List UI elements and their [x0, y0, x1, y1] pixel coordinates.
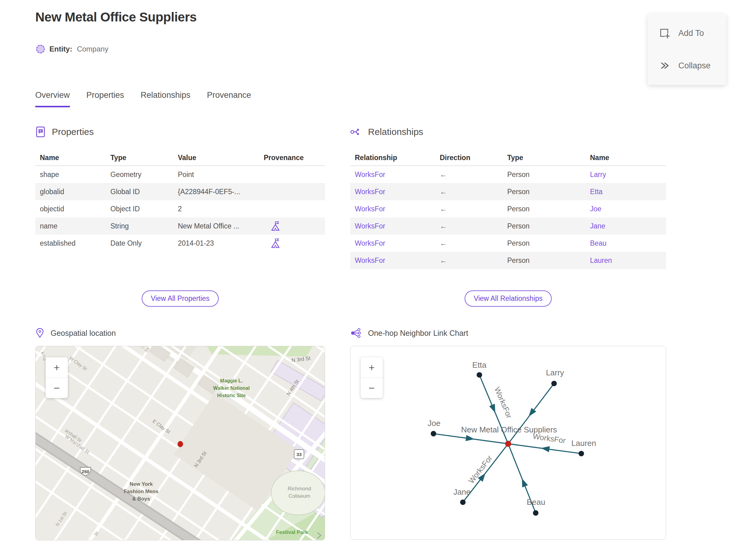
- entity-row: Entity: Company: [36, 45, 108, 53]
- relationship-link[interactable]: WorksFor: [350, 239, 435, 247]
- prop-type: Geometry: [106, 171, 173, 179]
- add-to-icon: [659, 27, 670, 39]
- related-type: Person: [503, 222, 585, 230]
- chart-zoom-control: + −: [361, 357, 383, 398]
- map-pin-icon: [35, 327, 44, 339]
- zoom-in-button[interactable]: +: [46, 357, 68, 378]
- view-all-relationships-button[interactable]: View All Relationships: [465, 290, 552, 307]
- direction-arrow: ←: [435, 171, 503, 179]
- node-labels: Etta Larry Joe Lauren Jane Beau New Meta…: [428, 361, 596, 506]
- basemap[interactable]: k Rd W Clay St Sa N 3rd St N 4th St arsh…: [36, 346, 325, 540]
- map-location-marker[interactable]: [178, 441, 183, 447]
- direction-arrow: ←: [435, 222, 503, 230]
- properties-section-title: Properties: [52, 127, 94, 137]
- table-row: shape Geometry Point: [35, 166, 325, 183]
- linkchart-section-title: One-hop Neighbor Link Chart: [368, 329, 468, 338]
- tab-overview[interactable]: Overview: [35, 90, 70, 107]
- properties-table: Name Type Value Provenance shape Geometr…: [35, 150, 325, 252]
- related-type: Person: [503, 171, 585, 179]
- relationship-link[interactable]: WorksFor: [350, 222, 435, 230]
- table-row: globalid Global ID {A228944F-0EF5-...: [35, 183, 325, 200]
- add-to-button[interactable]: Add To: [648, 27, 726, 39]
- direction-arrow: ←: [435, 239, 503, 247]
- related-entity-link[interactable]: Lauren: [585, 256, 666, 265]
- node-label-lauren: Lauren: [571, 439, 596, 447]
- prop-value: 2014-01-23: [173, 239, 259, 247]
- node-etta[interactable]: [477, 372, 482, 378]
- view-all-properties-button[interactable]: View All Properties: [142, 290, 219, 307]
- node-lauren[interactable]: [579, 451, 584, 456]
- col-header-relationship: Relationship: [350, 154, 435, 162]
- node-label-joe: Joe: [428, 419, 441, 428]
- collapse-label: Collapse: [678, 61, 711, 71]
- prop-name: established: [35, 239, 106, 247]
- link-chart[interactable]: WorksFor WorksFor WorksFor Etta Larry J: [351, 346, 666, 539]
- map-panel: + −: [35, 346, 325, 540]
- node-joe[interactable]: [431, 431, 436, 436]
- direction-arrow: ←: [435, 205, 503, 213]
- linkchart-section-header: One-hop Neighbor Link Chart: [350, 327, 666, 339]
- table-row: WorksFor ← Person Beau: [350, 235, 666, 252]
- table-row: WorksFor ← Person Lauren: [350, 252, 666, 269]
- provenance-flag-icon[interactable]: [270, 237, 281, 249]
- related-type: Person: [503, 188, 585, 196]
- geospatial-section-header: Geospatial location: [35, 327, 325, 339]
- col-header-value: Value: [173, 154, 259, 162]
- related-entity-link[interactable]: Joe: [585, 205, 666, 213]
- zoom-in-button[interactable]: +: [361, 357, 383, 378]
- svg-text:33: 33: [297, 452, 302, 457]
- related-type: Person: [503, 205, 585, 213]
- related-entity-link[interactable]: Jane: [585, 222, 666, 230]
- relationships-section-title: Relationships: [368, 127, 423, 137]
- properties-section-header: Properties: [35, 125, 325, 139]
- prop-value: New Metal Office ...: [173, 222, 259, 230]
- prop-name: globalid: [35, 188, 106, 196]
- node-label-etta: Etta: [472, 361, 487, 369]
- node-label-jane: Jane: [453, 488, 470, 496]
- col-header-type: Type: [503, 154, 585, 162]
- svg-text:Coliseum: Coliseum: [289, 493, 310, 499]
- related-entity-link[interactable]: Larry: [585, 171, 666, 179]
- prop-value: Point: [173, 171, 259, 179]
- prop-name: objectid: [35, 205, 106, 213]
- tab-provenance[interactable]: Provenance: [207, 90, 251, 107]
- tab-properties[interactable]: Properties: [86, 90, 124, 107]
- relationship-link[interactable]: WorksFor: [350, 171, 435, 179]
- entity-detail-page: New Metal Office Suppliers Entity: Compa…: [0, 0, 736, 560]
- one-hop-link-chart-icon: [350, 328, 362, 338]
- prop-name: name: [35, 222, 106, 230]
- center-node-label: New Metal Office Suppliers: [461, 425, 557, 434]
- svg-text:& Boys: & Boys: [132, 496, 150, 502]
- relationship-link[interactable]: WorksFor: [350, 256, 435, 265]
- table-row: WorksFor ← Person Etta: [350, 183, 666, 200]
- relationship-link[interactable]: WorksFor: [350, 205, 435, 213]
- page-title: New Metal Office Suppliers: [35, 10, 197, 25]
- related-entity-link[interactable]: Etta: [585, 188, 666, 196]
- collapse-icon: [659, 60, 670, 71]
- park-label: Festival Park: [276, 529, 308, 535]
- node-beau[interactable]: [533, 510, 539, 516]
- tab-relationships[interactable]: Relationships: [141, 90, 190, 107]
- zoom-out-button[interactable]: −: [361, 378, 383, 398]
- node-center-company[interactable]: [505, 441, 511, 447]
- node-jane[interactable]: [460, 500, 466, 505]
- link-chart-panel: + −: [350, 346, 666, 540]
- relationships-section-header: Relationships: [350, 125, 666, 139]
- col-header-name: Name: [585, 154, 666, 162]
- col-header-type: Type: [106, 154, 173, 162]
- related-type: Person: [503, 239, 585, 247]
- collapse-button[interactable]: Collapse: [648, 60, 726, 71]
- provenance-flag-icon[interactable]: [270, 220, 281, 232]
- svg-text:Fashion Mens: Fashion Mens: [124, 489, 159, 494]
- properties-table-header: Name Type Value Provenance: [35, 150, 325, 166]
- related-entity-link[interactable]: Beau: [585, 239, 666, 247]
- prop-value: {A228944F-0EF5-...: [173, 188, 259, 196]
- zoom-out-button[interactable]: −: [46, 378, 68, 398]
- relationships-icon: [350, 127, 362, 137]
- map-zoom-control: + −: [46, 357, 68, 398]
- entity-type-icon: [36, 45, 45, 53]
- related-type: Person: [503, 256, 585, 265]
- relationship-link[interactable]: WorksFor: [350, 188, 435, 196]
- prop-name: shape: [35, 171, 106, 179]
- node-larry[interactable]: [551, 381, 557, 386]
